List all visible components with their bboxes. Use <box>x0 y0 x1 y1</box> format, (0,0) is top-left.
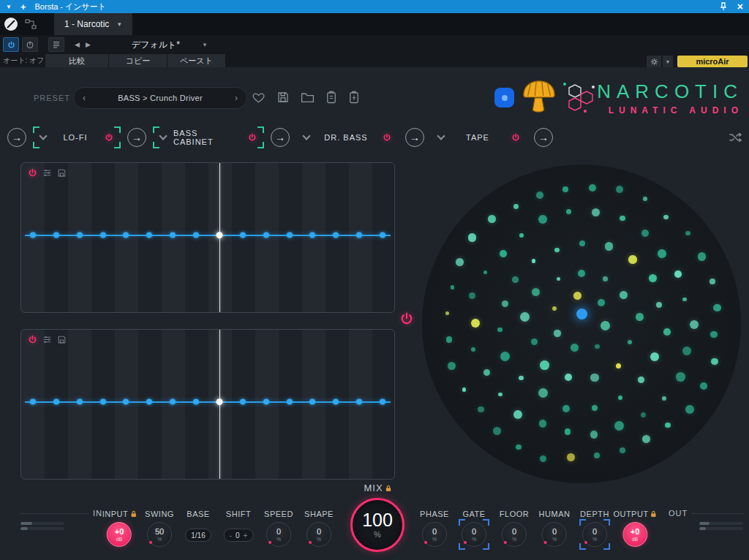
chain-arrow-button[interactable]: → <box>7 128 26 147</box>
copy-button[interactable]: コピー <box>109 54 167 67</box>
output-label: OUTPUT <box>613 510 648 518</box>
step-dots[interactable] <box>21 163 394 312</box>
compare-button[interactable]: 比較 <box>45 54 108 67</box>
preset-list-button[interactable] <box>48 37 64 52</box>
effect-chain: → LO-FI → BASS CABINET → DR. BASS → TAPE… <box>7 126 742 149</box>
close-icon[interactable]: × <box>737 1 743 12</box>
step-dots[interactable] <box>21 330 394 479</box>
window-dropdown-icon[interactable]: ▼ <box>6 4 12 10</box>
depth-selection-brackets: 0 % <box>579 519 610 550</box>
decrement-icon[interactable]: - <box>230 531 232 540</box>
gate-label: GATE <box>462 510 485 518</box>
plugin-tab-label: 1 - Narcotic <box>64 19 109 29</box>
speed-control: SPEED 0 % <box>264 510 293 547</box>
human-knob[interactable]: 0 % <box>542 522 567 547</box>
chevron-down-icon[interactable] <box>302 132 310 140</box>
gate-knob[interactable]: 0 % <box>462 522 486 547</box>
add-insert-icon[interactable]: + <box>20 1 26 12</box>
preset-next-icon[interactable]: › <box>235 93 238 103</box>
power-icon[interactable] <box>28 168 37 178</box>
paste-settings-icon[interactable] <box>348 91 360 104</box>
mix-knob[interactable]: 100 % <box>350 498 404 552</box>
knob-mode-button[interactable] <box>22 37 38 52</box>
depth-control: DEPTH 0 % <box>580 510 609 547</box>
power-icon[interactable] <box>28 335 37 344</box>
plugin-power-button[interactable] <box>3 37 19 52</box>
sliders-icon[interactable] <box>42 168 52 178</box>
swing-knob[interactable]: 50 % <box>147 522 172 547</box>
dot-icon <box>502 95 508 101</box>
input-level-meter <box>20 522 64 530</box>
folder-icon[interactable] <box>301 91 315 103</box>
increment-icon[interactable]: + <box>244 531 248 540</box>
shape-knob[interactable]: 0 % <box>306 522 331 547</box>
speed-knob[interactable]: 0 % <box>266 522 291 547</box>
lock-icon[interactable] <box>651 510 657 518</box>
chain-slot-dr-bass[interactable]: DR. BASS <box>296 126 399 148</box>
speed-label: SPEED <box>264 510 293 518</box>
power-icon[interactable] <box>511 133 520 142</box>
chevron-down-icon[interactable]: ▼ <box>663 56 673 67</box>
bypass-all-icon[interactable] <box>4 18 18 31</box>
chain-slot-tape[interactable]: TAPE <box>431 126 527 148</box>
save-icon[interactable] <box>57 168 67 178</box>
shift-label: SHIFT <box>226 510 251 518</box>
chevron-down-icon[interactable] <box>437 132 445 140</box>
save-icon[interactable] <box>276 91 290 104</box>
prev-preset-icon[interactable]: ◀ <box>75 41 80 48</box>
host-preset-name: デフォルト* <box>132 39 180 51</box>
chain-slot-label: LO-FI <box>63 133 87 142</box>
floor-knob[interactable]: 0 % <box>502 522 527 547</box>
chevron-down-icon[interactable] <box>159 132 167 140</box>
lock-icon[interactable] <box>130 510 136 518</box>
chain-arrow-button[interactable]: → <box>127 128 146 147</box>
chain-arrow-button[interactable]: → <box>534 128 553 147</box>
chain-arrow-button[interactable]: → <box>271 128 290 147</box>
paste-button[interactable]: ペースト <box>168 54 225 67</box>
host-right-cluster: ▼ microAir <box>647 56 748 67</box>
sliders-icon[interactable] <box>42 335 52 344</box>
phase-knob[interactable]: 0 % <box>422 522 447 547</box>
chain-arrow-button[interactable]: → <box>405 128 424 147</box>
sequencer-power-icon[interactable] <box>399 311 414 326</box>
copy-settings-icon[interactable] <box>325 91 337 104</box>
output-meter-group: OUT <box>669 509 743 530</box>
shuffle-icon[interactable] <box>729 132 742 143</box>
plugin-tab[interactable]: 1 - Narcotic ▼ <box>54 13 132 35</box>
next-preset-icon[interactable]: ▶ <box>86 41 91 48</box>
depth-knob[interactable]: 0 % <box>582 522 607 547</box>
power-icon[interactable] <box>383 133 391 142</box>
power-icon[interactable] <box>248 133 257 142</box>
preset-browser[interactable]: ‹ BASS > Crunch Driver › <box>73 87 247 109</box>
host-edit-row: オート: オフ 比較 コピー ペースト <box>0 54 749 67</box>
depth-label: DEPTH <box>580 510 609 518</box>
lock-icon[interactable] <box>385 485 391 492</box>
in-label: IN <box>93 509 102 518</box>
gear-icon[interactable] <box>647 56 661 67</box>
pin-icon[interactable] <box>720 2 727 11</box>
microair-badge[interactable]: microAir <box>677 56 748 67</box>
base-value[interactable]: 1/16 <box>185 529 211 542</box>
favorite-icon[interactable] <box>252 91 266 104</box>
chevron-down-icon[interactable] <box>39 132 47 140</box>
floor-label: FLOOR <box>500 510 529 518</box>
chain-slot-bass-cabinet[interactable]: BASS CABINET <box>153 126 264 148</box>
automation-label[interactable]: オート: オフ <box>3 56 45 66</box>
power-icon[interactable] <box>105 133 113 142</box>
host-preset-dropdown[interactable]: デフォルト* ▼ <box>104 39 236 51</box>
preset-label: PRESET <box>34 94 70 102</box>
save-icon[interactable] <box>57 335 67 344</box>
routing-icon[interactable] <box>25 19 37 29</box>
window-titlebar: ▼ + Borsta - インサート × <box>0 0 749 13</box>
step-sequencer-bottom[interactable] <box>20 329 395 480</box>
plugin-mode-button[interactable] <box>494 88 514 107</box>
chain-slot-lo-fi[interactable]: LO-FI <box>33 126 121 148</box>
shift-control: SHIFT - 0 + <box>224 510 254 542</box>
shift-value[interactable]: - 0 + <box>224 529 254 542</box>
dot-field[interactable] <box>422 164 741 483</box>
step-sequencer-top[interactable] <box>20 162 395 313</box>
chevron-down-icon: ▼ <box>202 42 208 48</box>
output-knob[interactable]: +0 dB <box>622 522 647 547</box>
chain-slot-label: BASS CABINET <box>173 129 241 146</box>
input-knob[interactable]: +0 dB <box>107 522 132 547</box>
